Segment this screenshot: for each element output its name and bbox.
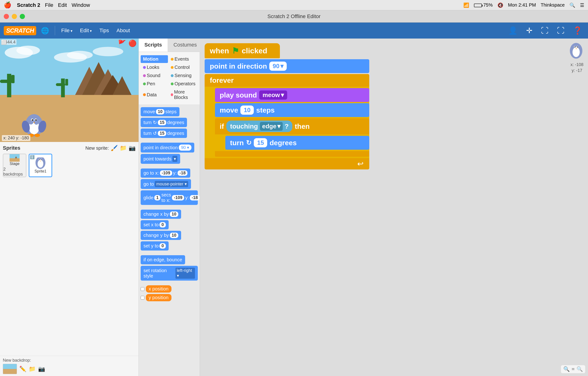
category-control[interactable]: Control	[168, 63, 198, 71]
app-name: Scratch 2	[17, 2, 40, 8]
apple-menu[interactable]: 🍎	[4, 1, 11, 9]
block-turn-ccw[interactable]: turn ↺ 15 degrees	[141, 128, 187, 138]
block-point-direction[interactable]: point in direction 90 ▾	[141, 143, 194, 153]
block-change-x[interactable]: change x by 10	[141, 210, 181, 219]
menu-window[interactable]: Window	[72, 2, 90, 8]
category-events[interactable]: Events	[168, 55, 198, 63]
menu-file[interactable]: File	[59, 27, 75, 34]
maximize-button[interactable]	[20, 14, 25, 19]
turn-value-badge[interactable]: 15	[254, 138, 267, 147]
goto-y-value: -18	[178, 170, 187, 176]
separator4	[141, 252, 198, 254]
play-sound-block[interactable]: play sound meow ▾	[215, 88, 369, 102]
zoom-in-button[interactable]: 🔍	[563, 366, 570, 372]
block-categories: Motion Events Looks Control Sound Sensin…	[139, 52, 200, 105]
forever-block[interactable]: forever	[205, 74, 369, 87]
block-goto[interactable]: go to mouse-pointer ▾	[141, 179, 191, 189]
block-set-x[interactable]: set x to 0	[141, 220, 169, 229]
stage-expand-icon[interactable]: ⬜	[1, 40, 7, 45]
close-button[interactable]	[4, 14, 9, 19]
block-bounce[interactable]: if on edge, bounce	[141, 255, 185, 264]
tab-scripts[interactable]: Scripts	[139, 39, 168, 52]
sprite-info-icon[interactable]: ℹ️	[30, 155, 35, 159]
svg-point-46	[577, 47, 578, 47]
x-position-checkbox[interactable]	[141, 287, 144, 291]
rotation-dropdown[interactable]: left-right ▾	[175, 268, 195, 279]
menu-about-label[interactable]: About	[114, 27, 132, 34]
block-set-y[interactable]: set y to 0	[141, 241, 169, 251]
category-sound[interactable]: Sound	[141, 72, 168, 79]
category-sensing[interactable]: Sensing	[168, 72, 198, 79]
goto-dropdown[interactable]: mouse-pointer ▾	[155, 181, 188, 187]
touching-value-badge[interactable]: edge ▾	[260, 122, 283, 131]
stage-sprite-item[interactable]: Stage 2 backdrops	[3, 154, 26, 177]
edit-backdrop-button[interactable]: ✏️	[19, 366, 26, 372]
category-looks[interactable]: Looks	[141, 63, 168, 71]
right-panel: x: -108 y: -17 when ⚑ clicked point in d…	[200, 39, 588, 376]
crosshair-icon[interactable]: ✛	[524, 25, 534, 36]
svg-point-5	[93, 47, 123, 56]
stage-controls[interactable]: 🚩 🔴	[118, 40, 137, 47]
menu-edit[interactable]: Edit	[58, 2, 67, 8]
category-motion[interactable]: Motion	[141, 55, 168, 63]
sprite1-item[interactable]: ℹ️ Sprite1	[29, 154, 52, 177]
block-glide[interactable]: glide 1 secs to x: -109 y: -18	[141, 190, 198, 205]
green-flag-button[interactable]: 🚩	[118, 40, 126, 47]
turn-block[interactable]: turn ↻ 15 degrees	[225, 136, 369, 150]
stage-coords: x: 240 y: -180	[2, 135, 30, 141]
touching-condition[interactable]: touching edge ▾ ?	[226, 121, 292, 132]
tab-costumes[interactable]: Costumes	[168, 39, 203, 52]
forever-block-container: forever play sound meow ▾ move	[205, 74, 369, 169]
camera-sprite-button[interactable]: 📷	[129, 145, 136, 151]
play-sound-value-badge[interactable]: meow ▾	[259, 91, 287, 100]
minimize-button[interactable]	[12, 14, 17, 19]
upload-backdrop-button[interactable]: 📁	[29, 366, 36, 372]
stop-button[interactable]: 🔴	[128, 40, 137, 47]
block-goto-xy[interactable]: go to x: -109 y: -18	[141, 168, 190, 178]
zoom-reset-button[interactable]: =	[572, 366, 575, 372]
when-clicked-block[interactable]: when ⚑ clicked	[205, 43, 280, 58]
svg-point-45	[575, 47, 576, 47]
goto-x-value: -109	[160, 170, 172, 176]
camera-backdrop-button[interactable]: 📷	[38, 366, 45, 372]
help-icon[interactable]: ❓	[571, 25, 584, 36]
y-position-checkbox[interactable]	[141, 296, 144, 300]
paint-sprite-button[interactable]: 🖌️	[111, 145, 118, 151]
point-towards-dropdown[interactable]: ▾	[172, 156, 177, 162]
block-point-towards[interactable]: point towards ▾	[141, 154, 180, 164]
menu-edit[interactable]: Edit	[78, 27, 94, 34]
point-direction-block[interactable]: point in direction 90 ▾	[205, 59, 369, 73]
block-turn-cw[interactable]: turn ↻ 15 degrees	[141, 118, 187, 127]
blocks-list: move 10 steps turn ↻ 15 degrees turn ↺ 1…	[139, 105, 200, 376]
point-dir-value-badge[interactable]: 90 ▾	[269, 62, 287, 71]
categories-grid: Motion Events Looks Control Sound Sensin…	[139, 54, 200, 103]
search-icon[interactable]: 🔍	[569, 2, 575, 8]
category-pen[interactable]: Pen	[141, 80, 168, 88]
notifications-icon[interactable]: ☰	[580, 2, 584, 8]
new-sprite-label: New sprite:	[85, 146, 109, 151]
upload-sprite-button[interactable]: 📁	[120, 145, 127, 151]
menu-file[interactable]: File	[45, 2, 53, 8]
block-rotation-style[interactable]: set rotation style left-right ▾	[141, 266, 198, 281]
globe-icon[interactable]: 🌐	[39, 26, 51, 35]
category-data[interactable]: Data	[141, 88, 168, 101]
person-icon[interactable]: 👤	[506, 25, 520, 36]
move-block[interactable]: move 10 steps	[215, 103, 369, 117]
fullscreen-icon[interactable]: ⛶	[539, 25, 550, 36]
main-container: v444.4 🚩 🔴 x: 240 y: -180 ⬜ Sprites New …	[0, 39, 588, 376]
stage-backdrops-count: 2 backdrops	[3, 167, 26, 177]
block-change-y[interactable]: change y by 10	[141, 231, 181, 240]
window-controls[interactable]	[4, 14, 25, 19]
category-operators[interactable]: Operators	[168, 80, 198, 88]
svg-point-28	[34, 134, 40, 137]
svg-point-20	[28, 117, 34, 125]
block-move[interactable]: move 10 steps	[141, 107, 180, 116]
present-icon[interactable]: ⛶	[555, 25, 566, 36]
zoom-out-button[interactable]: 🔍	[577, 366, 583, 372]
block-y-position[interactable]: y position	[146, 294, 171, 301]
block-x-position[interactable]: x position	[146, 285, 171, 292]
menu-tips[interactable]: Tips	[97, 27, 111, 34]
move-value-badge[interactable]: 10	[240, 105, 254, 115]
category-more-blocks[interactable]: More Blocks	[168, 88, 198, 101]
if-block[interactable]: if touching edge ▾ ? then	[215, 118, 369, 135]
